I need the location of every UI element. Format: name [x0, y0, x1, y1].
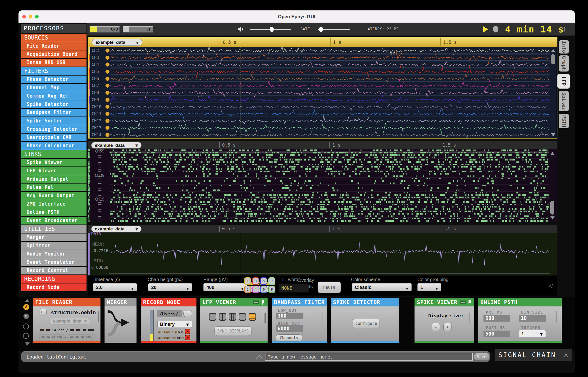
gate-slider[interactable]	[318, 29, 350, 30]
processor-item-phase-detector[interactable]: Phase Detector	[21, 76, 86, 83]
sync-displays-button[interactable]: SYNC DISPLAYS	[214, 326, 251, 336]
drag-handle[interactable]	[263, 313, 266, 323]
scroll-down-icon[interactable]	[550, 216, 555, 220]
processor-item-pulse-pal[interactable]: Pulse Pal	[21, 184, 86, 191]
processor-item-crossing-detector[interactable]: Crossing Detector	[21, 125, 86, 133]
open-window-icon[interactable]	[253, 301, 259, 304]
layout-button-v3[interactable]	[229, 313, 236, 321]
browse-button[interactable]: ...	[184, 310, 192, 317]
timebase-dropdown[interactable]: 2.0 ▼	[93, 283, 137, 291]
channels-button[interactable]: Channels	[276, 334, 302, 342]
collapse-topbar-icon[interactable]: ◁	[560, 25, 564, 32]
trigger-dropdown[interactable]: 1▼	[519, 330, 546, 337]
editor-merger[interactable]: MERGER	[104, 298, 137, 343]
color-scheme-dropdown[interactable]: Classic ▼	[352, 283, 412, 291]
scroll-down-icon[interactable]	[551, 133, 555, 136]
chan-height-dropdown[interactable]: 20 ▼	[148, 283, 192, 291]
processor-item-lfp-viewer[interactable]: LFP Viewer	[21, 167, 86, 175]
drag-handle[interactable]	[323, 312, 325, 323]
processor-item-acq-board-output[interactable]: Acq Board Output	[21, 192, 86, 200]
scrollbar-thumb[interactable]	[551, 54, 555, 64]
viewport-tab-graph[interactable]: Graph	[559, 55, 569, 71]
layout-button-none[interactable]	[209, 313, 216, 321]
chain-slot-empty-2[interactable]	[23, 333, 29, 339]
audio-monitor-toggle[interactable]	[105, 56, 110, 60]
editor-file-reader[interactable]: FILE READERF:structure.oebinexample_data…	[33, 298, 101, 343]
processor-item-common-avg-ref[interactable]: Common Avg Ref	[21, 92, 86, 100]
processor-item-intan-rhd-usb[interactable]: Intan RHD USB	[21, 59, 86, 67]
audio-monitor-toggle[interactable]	[105, 133, 110, 137]
overlay-event-button-7[interactable]: 7	[268, 277, 275, 285]
processor-item-neuropixels-car[interactable]: Neuropixels CAR	[21, 134, 86, 141]
viewport-tab-lfp[interactable]: LFP	[557, 74, 570, 89]
audio-monitor-toggle[interactable]	[105, 119, 110, 123]
audio-monitor-toggle[interactable]	[105, 112, 110, 116]
editor-record-node[interactable]: RECORD NODE/Users/...Binary▼RECORD EVENT…	[141, 298, 197, 343]
processor-item-bandpass-filter[interactable]: Bandpass Filter	[21, 109, 86, 117]
scrollbar-thumb[interactable]	[550, 201, 554, 214]
open-window-icon[interactable]	[460, 301, 466, 304]
viewport-tab-spikes[interactable]: Spikes	[559, 91, 569, 111]
pre-ms-field[interactable]: 500	[483, 315, 510, 322]
processor-item-zmq-interface[interactable]: ZMQ Interface	[21, 200, 86, 208]
record-format-dropdown[interactable]: Binary▼	[157, 321, 192, 328]
viewport-tab-psth[interactable]: PSTH	[559, 114, 569, 128]
overlay-event-button-4[interactable]: 4	[252, 286, 259, 293]
processor-item-record-control[interactable]: Record Control	[21, 267, 86, 274]
signal-chain-toggle[interactable]: SIGNAL CHAIN △	[495, 349, 572, 361]
collapse-options-icon[interactable]: ◁	[549, 283, 553, 289]
editor-spike-viewer[interactable]: SPIKE VIEWERDisplay size:-+	[414, 298, 475, 343]
editor-online-psth[interactable]: ONLINE PSTHPRE_MS500BIN_SIZE10POST_MS500…	[478, 298, 562, 343]
low-cut-field[interactable]: 300	[276, 313, 303, 319]
gate-slider-knob[interactable]	[319, 27, 323, 32]
stream-selector-dropdown[interactable]: example_data ▼	[92, 39, 142, 46]
record-button[interactable]	[493, 26, 498, 33]
save-button[interactable]: Save	[474, 353, 489, 360]
chain-slot-a[interactable]: A	[23, 304, 29, 310]
audio-monitor-toggle[interactable]	[105, 91, 110, 95]
file-stream-dropdown[interactable]: example_data▼	[49, 318, 90, 324]
chain-slot-empty-1[interactable]	[23, 323, 29, 330]
audio-monitor-toggle[interactable]	[105, 98, 110, 102]
processor-item-acquisition-board[interactable]: Acquisition Board	[21, 50, 86, 58]
record-events-toggle[interactable]	[185, 329, 190, 334]
expand-console-icon[interactable]	[256, 354, 263, 359]
drag-handle[interactable]	[469, 313, 472, 323]
processor-item-online-psth[interactable]: Online PSTH	[21, 208, 86, 216]
volume-slider-knob[interactable]	[270, 27, 274, 32]
range-dropdown[interactable]: 400 ▼	[203, 283, 247, 291]
processor-item-channel-map[interactable]: Channel Map	[21, 84, 86, 92]
processor-item-phase-calculator[interactable]: Phase Calculator	[21, 142, 86, 150]
drag-handle[interactable]	[96, 311, 98, 322]
audio-monitor-toggle[interactable]	[105, 70, 110, 74]
layout-button-h2[interactable]	[239, 313, 246, 321]
play-button[interactable]	[483, 26, 488, 33]
processor-item-event-broadcaster[interactable]: Event Broadcaster	[21, 217, 86, 224]
overlay-event-button-6[interactable]: 6	[260, 286, 267, 293]
stream-selector-dropdown[interactable]: example_data ▼	[91, 142, 142, 149]
start-time-field[interactable]: 00:00:00.000	[39, 334, 64, 341]
processor-item-spike-sorter[interactable]: Spike Sorter	[21, 117, 86, 125]
editor-bandpass-filter[interactable]: BANDPASS FILTERLOW_CUT300HIGH_CUT6000Cha…	[271, 298, 327, 343]
display-size-plus-button[interactable]: +	[443, 323, 452, 331]
record-spikes-toggle[interactable]	[185, 335, 190, 340]
audio-monitor-toggle[interactable]	[105, 48, 110, 53]
audio-monitor-toggle[interactable]	[105, 77, 110, 81]
processor-item-event-translator[interactable]: Event Translator	[21, 258, 86, 266]
editor-lfp-viewer[interactable]: LFP VIEWERSYNC DISPLAYS	[200, 298, 268, 343]
overlay-event-button-3[interactable]: 3	[252, 277, 259, 285]
layout-button-v2[interactable]	[219, 313, 226, 321]
end-time-field[interactable]: 00:00:30.000	[68, 334, 93, 341]
record-path-field[interactable]: /Users/	[157, 310, 182, 317]
scroll-up-icon[interactable]	[551, 49, 555, 52]
processor-item-spike-viewer[interactable]: Spike Viewer	[21, 159, 86, 166]
configure-button[interactable]: configure	[353, 319, 380, 328]
post-ms-field[interactable]: 500	[483, 330, 510, 337]
processor-item-merger[interactable]: Merger	[21, 234, 86, 241]
layout-button-h3[interactable]	[249, 313, 256, 321]
volume-slider[interactable]	[250, 29, 291, 30]
scroll-up-icon[interactable]	[550, 152, 555, 155]
message-input[interactable]: Type a new message here.	[265, 353, 473, 361]
processor-item-file-reader[interactable]: File Reader	[21, 42, 86, 50]
overlay-event-button-2[interactable]: 2	[244, 286, 251, 293]
